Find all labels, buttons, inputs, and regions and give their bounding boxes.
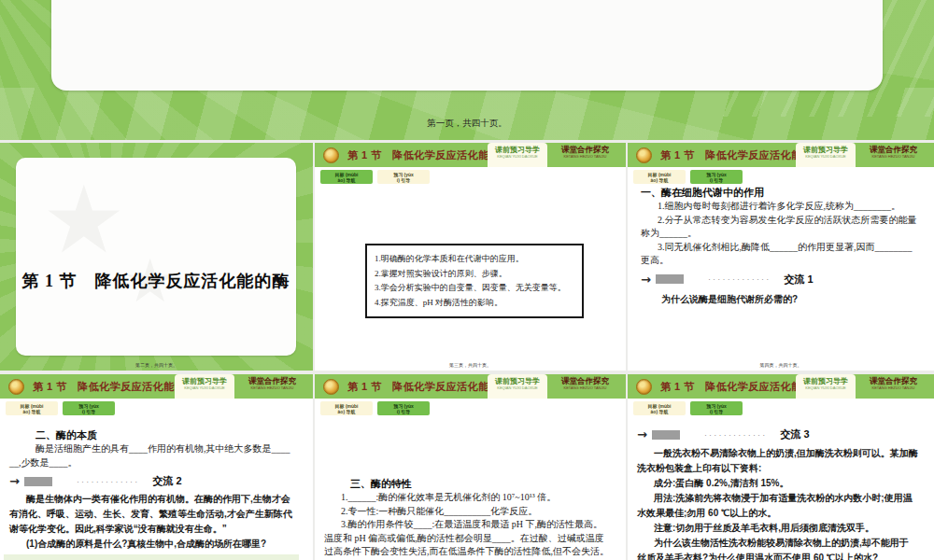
tab-sublabel: KEQIAN YUXI DAOXUE	[796, 154, 856, 160]
tab-preview-guide[interactable]: 课前预习导学 KEQIAN YUXI DAOXUE	[488, 374, 547, 399]
text-line: 一般洗衣粉不易清除衣物上的奶渍,但加酶洗衣粉则可以。某加酶	[637, 446, 928, 461]
pill-target-nav[interactable]: 目标 (mùbi ào) 导航	[320, 401, 373, 415]
pill-target-nav[interactable]: 目标 (mùbi ào) 导航	[633, 401, 686, 415]
question-line: (1)合成酶的原料是什么?真核生物中,合成酶的场所在哪里?	[9, 537, 305, 552]
pill-preview-guide[interactable]: 预习 (yùx í) 引导	[690, 170, 743, 184]
tab-preview-guide[interactable]: 课前预习导学 KEQIAN YUXI DAOXUE	[796, 374, 856, 399]
highlight-band	[4, 554, 299, 560]
redacted-box	[656, 274, 684, 284]
tab-label: 课前预习导学	[488, 146, 547, 154]
text-line: 用法:洗涤前先将衣物浸于加有适量洗衣粉的水内数小时;使用温	[637, 491, 928, 506]
pill-row: 目标 (mùbi ào) 导航 预习 (yùx í) 引导	[315, 399, 626, 415]
tab-sublabel: KETANG HEZUO TANJIU	[549, 154, 621, 160]
school-logo-icon	[8, 379, 24, 395]
goal-line: 1.明确酶的化学本质和在代谢中的应用。	[375, 252, 574, 267]
text-line: 酶是活细胞产生的具有____作用的有机物,其中绝大多数是____	[35, 442, 305, 456]
pill-target-nav[interactable]: 目标 (mùbi ào) 导航	[633, 170, 686, 184]
text-line: 1.______:酶的催化效率是无机催化剂的 10⁷~10¹³ 倍。	[324, 491, 620, 505]
pill-row: 目标 (mùbi ào) 导航 预习 (yùx í) 引导	[0, 399, 313, 415]
tab-sublabel: KETANG HEZUO TANJIU	[857, 154, 929, 160]
pill-preview-guide[interactable]: 预习 (yùx í) 引导	[377, 401, 430, 415]
pill-line: í) 引导	[65, 409, 112, 414]
text-line: 酶是生物体内一类有催化作用的有机物。在酶的作用下,生物才会	[9, 492, 305, 507]
page-5-thumbnail[interactable]: 第 1 节 降低化学反应活化能的酶 课前预习导学 KEQIAN YUXI DAO…	[0, 374, 313, 560]
page-2-thumbnail[interactable]: ★ ★ 第 1 节 降低化学反应活化能的酶 第二页，共四十页。	[0, 143, 313, 371]
text-line: 称为______。	[641, 227, 927, 241]
pill-target-nav[interactable]: 目标 (mùbi ào) 导航	[6, 401, 58, 415]
pill-line: í) 引导	[693, 177, 740, 183]
redacted-box	[652, 430, 680, 440]
tab-label: 课堂合作探究	[549, 377, 621, 385]
pill-target-nav[interactable]: 目标 (mùbi ào) 导航	[320, 170, 373, 184]
pill-preview-guide[interactable]: 预习 (yùx í) 引导	[377, 170, 430, 184]
tab-label: 课堂合作探究	[236, 377, 308, 385]
school-logo-icon	[636, 147, 652, 163]
pill-line: í) 引导	[380, 177, 427, 183]
slide-body: → ············· 交流 3 一般洗衣粉不易清除衣物上的奶渍,但加酶…	[628, 415, 934, 560]
slide-body: 一、酶在细胞代谢中的作用 1.细胞内每时每刻都进行着许多化学反应,统称为____…	[628, 184, 934, 307]
slide-header: 第 1 节 降低化学反应活化能的酶 课前预习导学 KEQIAN YUXI DAO…	[315, 143, 626, 167]
exchange-label: 交流 1	[784, 273, 813, 287]
pill-line: ào) 导航	[636, 177, 683, 183]
tab-class-explore[interactable]: 课堂合作探究 KETANG HEZUO TANJIU	[857, 143, 929, 167]
tab-preview-guide[interactable]: 课前预习导学 KEQIAN YUXI DAOXUE	[796, 143, 856, 167]
page-6-thumbnail[interactable]: 第 1 节 降低化学反应活化能的酶 课前预习导学 KEQIAN YUXI DAO…	[315, 374, 626, 560]
pill-preview-guide[interactable]: 预习 (yùx í) 引导	[63, 401, 115, 415]
slide-card	[51, 0, 883, 91]
tab-class-explore[interactable]: 课堂合作探究 KETANG HEZUO TANJIU	[857, 374, 929, 399]
goal-line: 3.学会分析实验中的自变量、因变量、无关变量等。	[375, 281, 574, 296]
question-line: 为什么说酶是细胞代谢所必需的?	[661, 292, 927, 307]
page-caption: 第二页，共四十页。	[0, 362, 313, 368]
goals-box: 1.明确酶的化学本质和在代谢中的应用。 2.掌握对照实验设计的原则、步骤。 3.…	[365, 244, 584, 318]
tab-sublabel: KEQIAN YUXI DAOXUE	[175, 385, 234, 391]
tab-preview-guide[interactable]: 课前预习导学 KEQIAN YUXI DAOXUE	[488, 143, 547, 167]
tab-class-explore[interactable]: 课堂合作探究 KETANG HEZUO TANJIU	[549, 374, 621, 399]
tab-preview-guide[interactable]: 课前预习导学 KEQIAN YUXI DAOXUE	[175, 374, 234, 399]
pill-line: ào) 导航	[323, 177, 370, 183]
slide-body: 三、酶的特性 1.______:酶的催化效率是无机催化剂的 10⁷~10¹³ 倍…	[315, 415, 626, 559]
page-4-thumbnail[interactable]: 第 1 节 降低化学反应活化能的酶 课前预习导学 KEQIAN YUXI DAO…	[628, 143, 934, 371]
goal-line: 4.探究温度、pH 对酶活性的影响。	[375, 296, 574, 311]
pill-line: ào) 导航	[8, 409, 55, 414]
tab-label: 课堂合作探究	[857, 146, 929, 154]
exchange-row: → ············· 交流 2	[9, 474, 305, 488]
tab-sublabel: KETANG HEZUO TANJIU	[549, 385, 621, 391]
text-line: 有消化、呼吸、运动、生长、发育、繁殖等生命活动,才会产生新陈代	[9, 507, 305, 522]
star-icon: ★	[42, 165, 126, 274]
page-caption: 第三页，共四十页。	[315, 362, 626, 368]
tab-class-explore[interactable]: 课堂合作探究 KETANG HEZUO TANJIU	[236, 374, 308, 399]
text-line: 温度和 pH 偏高或偏低,酶的活性都会明显____。在过酸、过碱或温度	[324, 532, 620, 546]
pill-row: 目标 (mùbi ào) 导航 预习 (yùx í) 引导	[315, 167, 626, 184]
text-line: 谢等化学变化。因此,科学家说“没有酶就没有生命。”	[9, 522, 305, 537]
page-1-thumbnail[interactable]: 第一页，共四十页。	[0, 0, 934, 140]
tab-class-explore[interactable]: 课堂合作探究 KETANG HEZUO TANJIU	[549, 143, 621, 167]
school-logo-icon	[636, 379, 652, 395]
tab-sublabel: KEQIAN YUXI DAOXUE	[488, 154, 547, 160]
tab-label: 课前预习导学	[175, 377, 234, 385]
text-line: __,少数是____。	[9, 456, 305, 470]
page-3-thumbnail[interactable]: 第 1 节 降低化学反应活化能的酶 课前预习导学 KEQIAN YUXI DAO…	[315, 143, 626, 371]
section-heading: 二、酶的本质	[35, 428, 305, 442]
pill-line: í) 引导	[693, 409, 740, 414]
text-line: 3.同无机催化剂相比,酶降低______的作用更显著,因而________	[641, 241, 927, 255]
pill-preview-guide[interactable]: 预习 (yùx í) 引导	[690, 401, 743, 415]
school-logo-icon	[323, 379, 339, 395]
exchange-label: 交流 3	[780, 427, 809, 441]
section-heading: 一、酶在细胞代谢中的作用	[641, 186, 927, 200]
arrow-icon: →	[9, 475, 20, 487]
arrow-icon: →	[637, 428, 647, 441]
slide-card: ★ ★ 第 1 节 降低化学反应活化能的酶	[16, 158, 296, 356]
text-line: 为什么该生物活性洗衣粉能较易清除衣物上的奶渍,却不能用于	[637, 536, 928, 551]
dotted-leader: ·············	[77, 477, 140, 486]
page-7-thumbnail[interactable]: 第 1 节 降低化学反应活化能的酶 课前预习导学 KEQIAN YUXI DAO…	[628, 374, 934, 560]
text-line: 成分:蛋白酶 0.2%,清洁剂 15%。	[637, 476, 928, 491]
slide-body: 1.明确酶的化学本质和在代谢中的应用。 2.掌握对照实验设计的原则、步骤。 3.…	[315, 244, 626, 318]
redacted-box	[24, 477, 52, 486]
slide-header: 第 1 节 降低化学反应活化能的酶 课前预习导学 KEQIAN YUXI DAO…	[315, 374, 626, 399]
lesson-title: 第 1 节 降低化学反应活化能的酶	[33, 380, 196, 394]
slide-header: 第 1 节 降低化学反应活化能的酶 课前预习导学 KEQIAN YUXI DAO…	[628, 143, 934, 167]
lesson-title: 第 1 节 降低化学反应活化能的酶	[347, 148, 511, 162]
tab-sublabel: KEQIAN YUXI DAOXUE	[796, 385, 856, 391]
arrow-icon: →	[641, 273, 651, 286]
pill-line: í) 引导	[380, 409, 427, 414]
